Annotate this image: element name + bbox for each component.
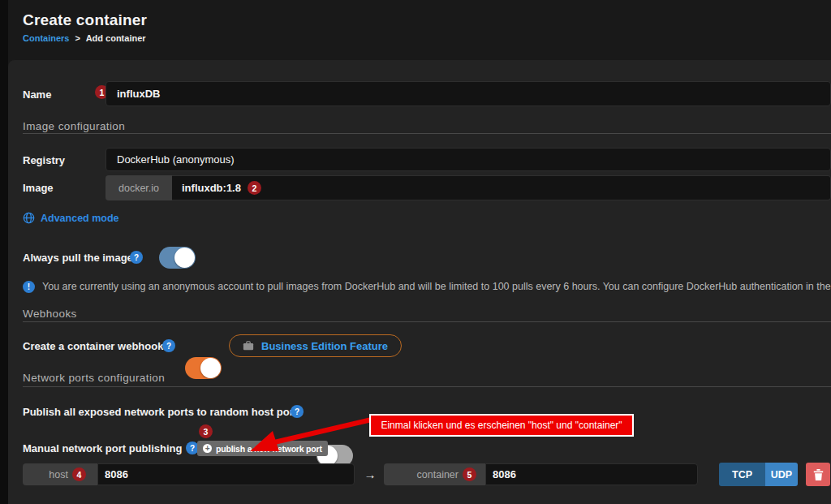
host-port-addon: host 4 bbox=[23, 463, 97, 485]
create-container-page: Create container Containers > Add contai… bbox=[0, 0, 831, 504]
registry-select[interactable] bbox=[105, 148, 831, 171]
host-port-input[interactable] bbox=[97, 463, 355, 485]
breadcrumb: Containers > Add container bbox=[23, 33, 146, 43]
step-badge-3: 3 bbox=[199, 424, 213, 438]
briefcase-icon bbox=[243, 340, 254, 351]
udp-button[interactable]: UDP bbox=[765, 463, 798, 486]
breadcrumb-separator: > bbox=[75, 33, 80, 43]
container-port-input[interactable] bbox=[485, 463, 698, 485]
always-pull-help-icon[interactable]: ? bbox=[130, 251, 143, 264]
info-text: You are currently using an anonymous acc… bbox=[42, 281, 831, 292]
image-config-section-title: Image configuration bbox=[23, 120, 125, 132]
port-mapping-arrow: → bbox=[360, 463, 380, 485]
container-port-addon: container 5 bbox=[384, 463, 485, 485]
image-value: influxdb:1.8 bbox=[182, 182, 241, 194]
step-badge-2: 2 bbox=[248, 181, 261, 195]
create-webhook-label: Create a container webhook bbox=[23, 340, 163, 352]
tcp-button[interactable]: TCP bbox=[719, 463, 765, 486]
host-addon-label: host bbox=[49, 469, 68, 480]
always-pull-label: Always pull the image bbox=[23, 252, 133, 264]
image-label: Image bbox=[23, 182, 54, 194]
publish-port-button-label: publish a new network port bbox=[216, 444, 322, 454]
dockerhub-info-banner: ! You are currently using an anonymous a… bbox=[23, 279, 831, 294]
globe-icon bbox=[23, 212, 35, 224]
name-input[interactable] bbox=[105, 81, 831, 106]
publish-port-button[interactable]: + publish a new network port bbox=[197, 441, 328, 456]
toggle-knob bbox=[174, 248, 195, 268]
remove-port-button[interactable] bbox=[806, 463, 830, 486]
advanced-mode-label: Advanced mode bbox=[41, 213, 119, 224]
step-badge-4: 4 bbox=[72, 467, 86, 481]
container-addon-label: container bbox=[417, 469, 459, 480]
network-section-title: Network ports configuration bbox=[23, 372, 165, 384]
toggle-knob bbox=[200, 358, 221, 378]
business-edition-pill[interactable]: Business Edition Feature bbox=[229, 334, 402, 357]
breadcrumb-containers-link[interactable]: Containers bbox=[23, 33, 69, 43]
trash-icon bbox=[813, 469, 824, 480]
image-input[interactable]: influxdb:1.8 2 bbox=[172, 175, 831, 200]
webhooks-section-title: Webhooks bbox=[23, 308, 77, 320]
step-badge-5: 5 bbox=[463, 467, 476, 481]
section-divider bbox=[23, 133, 831, 134]
annotation-box: Einmal klicken und es erscheinen "host" … bbox=[369, 414, 634, 437]
section-divider bbox=[23, 386, 831, 387]
publish-all-help-icon[interactable]: ? bbox=[291, 405, 304, 418]
advanced-mode-link[interactable]: Advanced mode bbox=[23, 212, 119, 224]
plus-circle-icon: + bbox=[203, 444, 212, 453]
manual-publishing-label: Manual network port publishing bbox=[23, 442, 182, 454]
breadcrumb-current: Add container bbox=[86, 33, 146, 43]
business-edition-label: Business Edition Feature bbox=[261, 340, 388, 352]
publish-all-label: Publish all exposed network ports to ran… bbox=[23, 406, 303, 418]
info-icon: ! bbox=[23, 281, 35, 293]
image-prefix-addon: docker.io bbox=[105, 175, 172, 200]
webhook-help-icon[interactable]: ? bbox=[162, 339, 175, 352]
name-label: Name bbox=[23, 88, 51, 101]
section-divider bbox=[23, 321, 831, 322]
webhook-toggle[interactable] bbox=[185, 357, 222, 379]
registry-label: Registry bbox=[23, 154, 65, 166]
always-pull-toggle[interactable] bbox=[159, 247, 196, 269]
page-title: Create container bbox=[23, 11, 147, 29]
annotation-text: Einmal klicken und es erscheinen "host" … bbox=[381, 420, 622, 431]
